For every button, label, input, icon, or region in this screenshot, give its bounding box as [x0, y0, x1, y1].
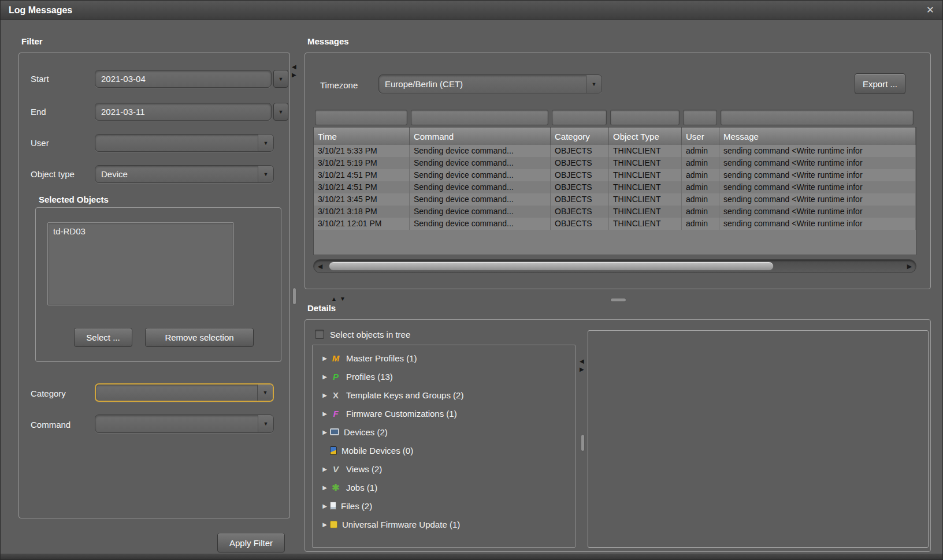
selected-object-item[interactable]: td-RD03: [48, 223, 233, 240]
selected-objects-list[interactable]: td-RD03: [47, 222, 234, 305]
start-date-combo[interactable]: 2021-03-04: [95, 70, 272, 88]
object-type-combo[interactable]: Device ▼: [95, 165, 274, 183]
timezone-combo[interactable]: Europe/Berlin (CET) ▼: [378, 74, 602, 94]
column-filter-input[interactable]: [315, 110, 407, 125]
expand-arrow-icon[interactable]: ▶: [320, 521, 330, 528]
select-objects-button[interactable]: Select ...: [74, 328, 132, 347]
tree-item-jobs[interactable]: ▶Jobs (1): [320, 478, 575, 496]
column-header[interactable]: Command: [410, 128, 551, 145]
column-header[interactable]: Time: [314, 128, 410, 145]
export-button[interactable]: Export ...: [855, 73, 905, 94]
expand-arrow-icon[interactable]: ▶: [320, 355, 330, 361]
expand-arrow-icon[interactable]: ▶: [320, 392, 330, 398]
column-filter-input[interactable]: [721, 110, 914, 125]
messages-table: TimeCommandCategoryObject TypeUserMessag…: [313, 127, 916, 255]
table-cell: admin: [682, 157, 719, 169]
scrollbar-thumb[interactable]: [329, 262, 774, 271]
scroll-left-icon[interactable]: ◀: [314, 260, 326, 272]
master-profiles-icon: [330, 353, 341, 363]
expand-arrow-icon[interactable]: ▶: [320, 429, 330, 435]
start-label: Start: [31, 74, 49, 84]
remove-selection-button-label: Remove selection: [165, 333, 233, 342]
tree-item-devices[interactable]: ▶Devices (2): [320, 423, 575, 441]
end-label: End: [31, 107, 46, 117]
remove-selection-button[interactable]: Remove selection: [145, 328, 254, 347]
table-row[interactable]: 3/10/21 4:51 PMSending device command...…: [314, 181, 916, 193]
select-objects-in-tree-checkbox[interactable]: [315, 330, 324, 339]
table-row[interactable]: 3/10/21 3:18 PMSending device command...…: [314, 206, 916, 218]
table-cell: sending command <Write runtime infor: [719, 169, 916, 181]
table-row[interactable]: 3/10/21 3:45 PMSending device command...…: [314, 193, 916, 206]
user-label: User: [31, 138, 49, 148]
column-filter-cell: [681, 108, 719, 127]
message-detail-text-area[interactable]: [588, 330, 929, 548]
tree-item-master-profiles[interactable]: ▶Master Profiles (1): [320, 349, 575, 367]
tree-item-files[interactable]: ▶Files (2): [320, 496, 575, 515]
column-filter-input[interactable]: [552, 110, 607, 125]
column-header[interactable]: Message: [719, 128, 916, 145]
tree-splitter-expand-right-icon[interactable]: ▶: [580, 367, 584, 372]
selected-objects-title: Selected Objects: [39, 195, 109, 204]
expand-arrow-icon[interactable]: ▶: [320, 374, 330, 380]
table-cell: OBJECTS: [551, 157, 609, 169]
table-cell: THINCLIENT: [609, 218, 682, 230]
table-row[interactable]: 3/10/21 4:51 PMSending device command...…: [314, 169, 916, 181]
splitter-expand-down-icon[interactable]: ▼: [340, 296, 346, 302]
apply-filter-button[interactable]: Apply Filter: [217, 533, 285, 552]
vertical-splitter-handle[interactable]: [293, 288, 296, 304]
expand-arrow-icon[interactable]: ▶: [320, 484, 330, 491]
table-cell: sending command <Write runtime infor: [719, 218, 916, 230]
tree-item-mobile-devices[interactable]: Mobile Devices (0): [320, 441, 575, 460]
category-combo[interactable]: ▼: [95, 383, 274, 402]
tree-splitter-handle[interactable]: [581, 435, 584, 451]
end-date-dropdown-button[interactable]: ▼: [273, 103, 288, 121]
table-cell: OBJECTS: [551, 145, 609, 157]
timezone-label: Timezone: [320, 80, 358, 90]
column-filter-input[interactable]: [610, 110, 680, 125]
table-cell: admin: [682, 193, 719, 206]
tree-item-views[interactable]: ▶Views (2): [320, 460, 575, 478]
tree-item-label: Firmware Customizations (1): [346, 409, 457, 419]
horizontal-scrollbar[interactable]: ◀ ▶: [313, 259, 916, 273]
tree-item-profiles[interactable]: ▶Profiles (13): [320, 367, 575, 386]
user-combo[interactable]: ▼: [95, 134, 274, 152]
apply-filter-button-label: Apply Filter: [229, 538, 273, 548]
expand-arrow-icon[interactable]: ▶: [320, 410, 330, 417]
close-icon[interactable]: ✕: [926, 4, 934, 16]
firmware-customizations-icon: [330, 408, 341, 419]
column-filter-input[interactable]: [411, 110, 548, 125]
table-cell: 3/10/21 4:51 PM: [314, 181, 410, 193]
splitter-collapse-up-icon[interactable]: ▲: [331, 296, 337, 302]
tree-item-template-keys[interactable]: ▶Template Keys and Groups (2): [320, 386, 575, 404]
tree-item-universal-firmware-update[interactable]: ▶Universal Firmware Update (1): [320, 515, 575, 533]
horizontal-splitter-handle[interactable]: [611, 298, 626, 301]
table-cell: THINCLIENT: [609, 181, 682, 193]
profiles-icon: [330, 371, 341, 382]
views-icon: [330, 464, 341, 474]
table-cell: Sending device command...: [410, 169, 551, 181]
jobs-icon: [330, 482, 341, 492]
tree-item-firmware-customizations[interactable]: ▶Firmware Customizations (1): [320, 404, 575, 423]
table-row[interactable]: 3/10/21 12:01 PMSending device command..…: [314, 218, 916, 230]
column-header[interactable]: Category: [551, 128, 609, 145]
tree-item-label: Files (2): [341, 501, 372, 511]
tree-splitter-collapse-left-icon[interactable]: ◀: [580, 359, 584, 364]
expand-arrow-icon[interactable]: ▶: [320, 466, 330, 472]
end-date-combo[interactable]: 2021-03-11: [95, 103, 272, 121]
column-header[interactable]: Object Type: [609, 128, 682, 145]
table-row[interactable]: 3/10/21 5:19 PMSending device command...…: [314, 157, 916, 169]
splitter-expand-right-icon[interactable]: ▶: [292, 72, 296, 78]
table-cell: 3/10/21 5:19 PM: [314, 157, 410, 169]
tree-item-label: Profiles (13): [346, 372, 393, 382]
scroll-right-icon[interactable]: ▶: [903, 260, 916, 272]
start-date-dropdown-button[interactable]: ▼: [273, 70, 288, 88]
table-cell: sending command <Write runtime infor: [719, 157, 916, 169]
splitter-collapse-left-icon[interactable]: ◀: [292, 64, 296, 70]
command-combo[interactable]: ▼: [95, 415, 274, 433]
column-filter-input[interactable]: [683, 110, 717, 125]
universal-firmware-update-icon: [330, 521, 337, 528]
expand-arrow-icon[interactable]: ▶: [320, 503, 330, 509]
timezone-combo-value: Europe/Berlin (CET): [385, 79, 463, 89]
table-row[interactable]: 3/10/21 5:33 PMSending device command...…: [314, 145, 916, 157]
column-header[interactable]: User: [682, 128, 719, 145]
